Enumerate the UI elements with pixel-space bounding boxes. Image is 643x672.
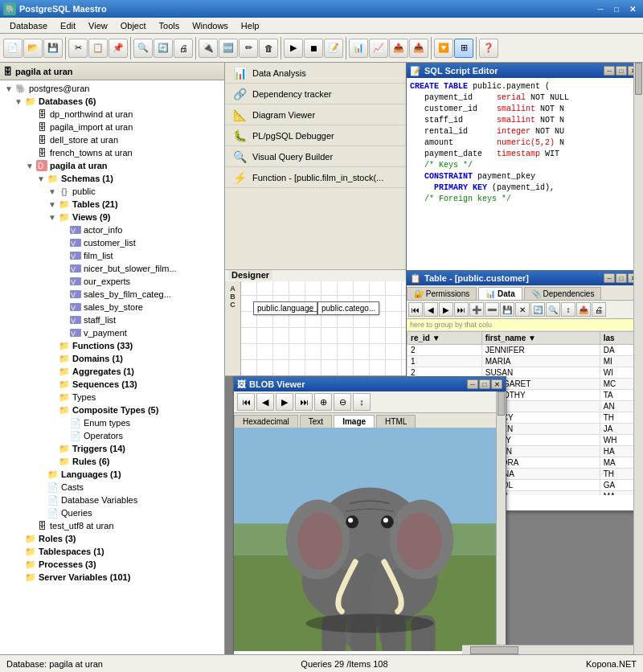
tree-item-enum[interactable]: 📄Enum types xyxy=(2,416,223,429)
table-minimize[interactable]: ─ xyxy=(604,273,615,283)
tree-item-casts[interactable]: 📄Casts xyxy=(2,481,223,494)
refresh-button[interactable]: 🔄 xyxy=(154,39,173,58)
tab-data[interactable]: 📊 Data xyxy=(478,287,522,300)
grid-button[interactable]: ⊞ xyxy=(454,39,473,58)
tree-item-roles[interactable]: 📁Roles (3) xyxy=(2,532,223,545)
blob-tab-hex[interactable]: Hexadecimal xyxy=(234,415,298,428)
menu-object[interactable]: Object xyxy=(114,19,153,32)
find-button[interactable]: 🔍 xyxy=(133,39,153,58)
blob-tab-text[interactable]: Text xyxy=(300,415,332,428)
db-edit[interactable]: ✏ xyxy=(239,39,258,58)
menu-windows[interactable]: Windows xyxy=(186,19,235,32)
diagram-box-category[interactable]: public.catego... xyxy=(317,301,379,315)
blob-fit[interactable]: ↕ xyxy=(353,393,371,411)
blob-scroll-thumb[interactable] xyxy=(498,391,505,416)
save-button[interactable]: 💾 xyxy=(43,39,63,58)
tree-item-aggregates[interactable]: 📁Aggregates (1) xyxy=(2,365,223,378)
tree-item-db1[interactable]: 🗄dp_northwind at uran xyxy=(2,108,223,121)
tree-item-types[interactable]: 📁Types xyxy=(2,391,223,404)
tree-item-v_payment[interactable]: Vv_payment xyxy=(2,326,223,339)
tree-item-postgres[interactable]: ▼🐘postgres@uran xyxy=(2,82,223,95)
filter-button[interactable]: 🔽 xyxy=(434,39,453,58)
nav-prev[interactable]: ◀ xyxy=(424,302,438,317)
blob-minimize[interactable]: ─ xyxy=(467,379,478,389)
tree-item-test_utf8[interactable]: 🗄test_utf8 at uran xyxy=(2,519,223,532)
menu-view[interactable]: View xyxy=(82,19,114,32)
tree-item-operators[interactable]: 📄Operators xyxy=(2,429,223,442)
blob-maximize[interactable]: □ xyxy=(479,379,490,389)
nav-cancel[interactable]: ✕ xyxy=(515,302,530,317)
tab-permissions[interactable]: 🔐 Permissions xyxy=(407,287,477,300)
tree-item-sales_by_film_categ[interactable]: Vsales_by_film_categ... xyxy=(2,288,223,301)
nav-filter[interactable]: 🔍 xyxy=(546,302,560,317)
blob-zoom-out[interactable]: ⊖ xyxy=(334,393,351,411)
cut-button[interactable]: ✂ xyxy=(68,39,88,58)
tree-item-customer_list[interactable]: Vcustomer_list xyxy=(2,236,223,249)
chart-view[interactable]: 📈 xyxy=(369,39,388,58)
blob-tab-image[interactable]: Image xyxy=(334,415,375,428)
tree-item-film_list[interactable]: Vfilm_list xyxy=(2,249,223,262)
tree-item-nicer_but_slower_film[interactable]: Vnicer_but_slower_film... xyxy=(2,262,223,275)
tree-panel[interactable]: ▼🐘postgres@uran▼📁Databases (6)🗄dp_northw… xyxy=(0,80,224,654)
blob-scrollbar[interactable] xyxy=(496,391,506,654)
nav-refresh[interactable]: 🔄 xyxy=(530,302,545,317)
close-button[interactable]: ✕ xyxy=(625,2,640,15)
tree-item-processes[interactable]: 📁Processes (3) xyxy=(2,558,223,571)
tree-item-sales_by_store[interactable]: Vsales_by_store xyxy=(2,301,223,313)
tree-item-views[interactable]: ▼📁Views (9) xyxy=(2,211,223,223)
blob-zoom-in[interactable]: ⊕ xyxy=(314,393,332,411)
table-hscroll-thumb[interactable] xyxy=(470,646,518,654)
sql-stop[interactable]: ⏹ xyxy=(304,39,323,58)
new-button[interactable]: 📄 xyxy=(3,39,23,58)
diagram-box-language[interactable]: public.language xyxy=(253,301,317,315)
print-button[interactable]: 🖨 xyxy=(174,39,193,58)
nav-export[interactable]: 📤 xyxy=(576,302,591,317)
sql-script[interactable]: 📝 xyxy=(324,39,343,58)
tree-item-db4[interactable]: 🗄french_towns at uran xyxy=(2,146,223,159)
db-connect[interactable]: 🔌 xyxy=(199,39,218,58)
blob-nav-prev[interactable]: ◀ xyxy=(256,393,274,411)
sql-exec[interactable]: ▶ xyxy=(284,39,303,58)
help-button[interactable]: ❓ xyxy=(479,39,498,58)
table-view[interactable]: 📊 xyxy=(349,39,368,58)
tree-item-composite[interactable]: 📁Composite Types (5) xyxy=(2,404,223,416)
blob-close[interactable]: ✕ xyxy=(491,379,502,389)
tree-item-public[interactable]: ▼{}public xyxy=(2,185,223,198)
nav-first[interactable]: ⏮ xyxy=(408,302,423,317)
tree-item-functions[interactable]: 📁Functions (33) xyxy=(2,339,223,352)
tree-item-our_experts[interactable]: Vour_experts xyxy=(2,275,223,288)
nav-last[interactable]: ⏭ xyxy=(454,302,469,317)
blob-tab-html[interactable]: HTML xyxy=(376,415,416,428)
tree-item-rules[interactable]: 📁Rules (6) xyxy=(2,455,223,468)
nav-print[interactable]: 🖨 xyxy=(592,302,606,317)
tree-item-databases[interactable]: ▼📁Databases (6) xyxy=(2,95,223,108)
tree-item-tables[interactable]: ▼📁Tables (21) xyxy=(2,198,223,211)
menu-edit[interactable]: Edit xyxy=(54,19,82,32)
tree-item-actor_info[interactable]: Vactor_info xyxy=(2,223,223,236)
import[interactable]: 📥 xyxy=(409,39,428,58)
tree-item-db5[interactable]: ▼Dpagila at uran xyxy=(2,159,223,172)
blob-nav-first[interactable]: ⏮ xyxy=(237,393,255,411)
tree-item-servervars[interactable]: 📁Server Variables (101) xyxy=(2,571,223,584)
menu-database[interactable]: Database xyxy=(3,19,54,32)
tree-item-triggers[interactable]: 📁Triggers (14) xyxy=(2,442,223,455)
tree-item-dbvars[interactable]: 📄Database Variables xyxy=(2,494,223,506)
col-first-name[interactable]: first_name ▼ xyxy=(481,332,600,345)
open-button[interactable]: 📂 xyxy=(23,39,43,58)
tab-dependencies[interactable]: 📎 Dependencies xyxy=(524,287,602,300)
menu-tools[interactable]: Tools xyxy=(153,19,186,32)
nav-next[interactable]: ▶ xyxy=(439,302,453,317)
blob-nav-last[interactable]: ⏭ xyxy=(295,393,313,411)
nav-sort[interactable]: ↕ xyxy=(561,302,575,317)
right-vscroll-thumb[interactable] xyxy=(635,63,642,95)
table-row[interactable]: 1MARIAMI xyxy=(408,356,642,367)
tree-item-schemas[interactable]: ▼📁Schemas (1) xyxy=(2,172,223,185)
nav-save[interactable]: 💾 xyxy=(500,302,514,317)
copy-button[interactable]: 📋 xyxy=(88,39,108,58)
paste-button[interactable]: 📌 xyxy=(109,39,128,58)
menu-help[interactable]: Help xyxy=(235,19,266,32)
sql-editor-minimize[interactable]: ─ xyxy=(604,66,615,76)
tree-item-queries[interactable]: 📄Queries xyxy=(2,506,223,519)
tree-item-domains[interactable]: 📁Domains (1) xyxy=(2,352,223,365)
tree-item-staff_list[interactable]: Vstaff_list xyxy=(2,313,223,326)
